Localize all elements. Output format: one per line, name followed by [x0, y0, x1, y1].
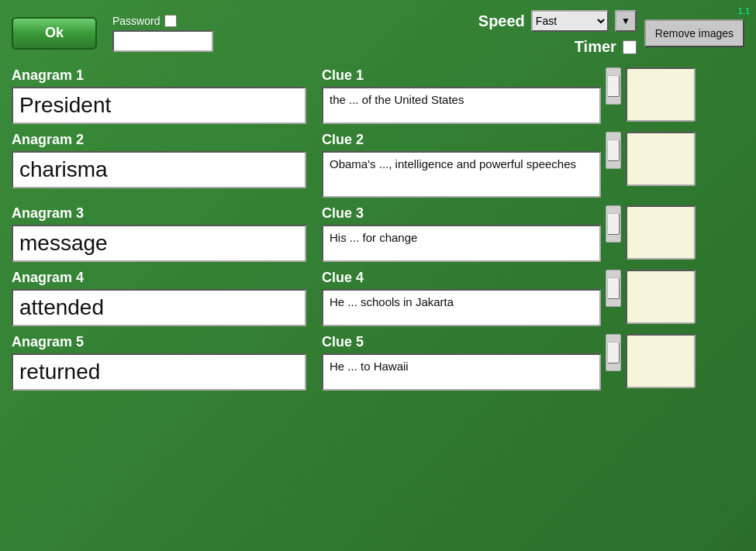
- clue-right-4: Clue 4 He ... schools in Jakarta: [322, 270, 744, 326]
- scroll-handle-1[interactable]: [606, 67, 621, 105]
- clue-right-3: Clue 3 His ... for change: [322, 205, 744, 262]
- clue-col-1: Clue 1 the ... of the United States: [322, 67, 601, 124]
- image-box-2: [626, 132, 696, 186]
- clue-label-3: Clue 3: [322, 205, 601, 222]
- anagram-left-4: Anagram 4: [12, 270, 314, 326]
- password-input[interactable]: [112, 30, 213, 52]
- speed-select[interactable]: Slow Medium Fast Very Fast: [531, 10, 609, 32]
- password-label: Password: [112, 15, 160, 27]
- clue-label-4: Clue 4: [322, 270, 601, 286]
- clue-label-2: Clue 2: [322, 132, 601, 148]
- anagram-label-1: Anagram 1: [12, 67, 314, 84]
- clue-label-5: Clue 5: [322, 334, 601, 350]
- clue-right-2: Clue 2 Obama's ..., intelligence and pow…: [322, 132, 744, 198]
- anagram-left-2: Anagram 2: [12, 132, 314, 188]
- clue-col-3: Clue 3 His ... for change: [322, 205, 601, 262]
- scroll-handle-5[interactable]: [606, 334, 621, 371]
- remove-images-button[interactable]: Remove images: [644, 19, 744, 47]
- table-row: Anagram 4 Clue 4 He ... schools in Jakar…: [12, 270, 744, 326]
- clue-label-1: Clue 1: [322, 67, 601, 84]
- anagram-input-3[interactable]: [12, 225, 306, 262]
- clue-box-3: His ... for change: [322, 225, 601, 262]
- table-row: Anagram 3 Clue 3 His ... for change: [12, 205, 744, 262]
- password-checkbox[interactable]: [164, 15, 177, 27]
- anagram-left-3: Anagram 3: [12, 205, 314, 262]
- image-box-3: [626, 205, 696, 260]
- image-box-1: [626, 67, 696, 122]
- clue-box-1: the ... of the United States: [322, 87, 601, 124]
- clue-box-2: Obama's ..., intelligence and powerful s…: [322, 151, 601, 198]
- app-container: 1.1 Ok Password Speed Slow Medium Fast V…: [0, 0, 756, 551]
- anagram-left-1: Anagram 1: [12, 67, 314, 124]
- scroll-handle-4[interactable]: [606, 270, 621, 307]
- password-section: Password: [112, 15, 213, 52]
- timer-row: Timer: [570, 38, 637, 56]
- clue-col-4: Clue 4 He ... schools in Jakarta: [322, 270, 601, 326]
- anagram-input-5[interactable]: [12, 353, 306, 391]
- scroll-handle-2[interactable]: [606, 132, 621, 169]
- clue-box-5: He ... to Hawaii: [322, 353, 601, 391]
- password-label-row: Password: [112, 15, 177, 27]
- timer-checkbox[interactable]: [623, 40, 637, 54]
- timer-label: Timer: [570, 38, 616, 56]
- speed-row: Speed Slow Medium Fast Very Fast ▼: [478, 10, 637, 32]
- table-row: Anagram 5 Clue 5 He ... to Hawaii: [12, 334, 744, 391]
- clue-box-4: He ... schools in Jakarta: [322, 289, 601, 326]
- anagram-label-5: Anagram 5: [12, 334, 314, 350]
- image-box-5: [626, 334, 696, 388]
- anagram-label-3: Anagram 3: [12, 205, 314, 222]
- anagram-input-4[interactable]: [12, 289, 306, 326]
- table-row: Anagram 2 Clue 2 Obama's ..., intelligen…: [12, 132, 744, 198]
- table-row: Anagram 1 Clue 1 the ... of the United S…: [12, 67, 744, 124]
- ok-button[interactable]: Ok: [12, 17, 97, 50]
- anagram-input-1[interactable]: [12, 87, 306, 124]
- scroll-handle-3[interactable]: [606, 205, 621, 243]
- speed-label: Speed: [478, 12, 525, 30]
- anagram-label-2: Anagram 2: [12, 132, 314, 148]
- version-badge: 1.1: [738, 6, 750, 15]
- anagram-left-5: Anagram 5: [12, 334, 314, 391]
- clue-col-2: Clue 2 Obama's ..., intelligence and pow…: [322, 132, 601, 198]
- speed-timer-section: Speed Slow Medium Fast Very Fast ▼ Timer: [478, 10, 637, 56]
- main-grid: Anagram 1 Clue 1 the ... of the United S…: [12, 67, 744, 395]
- clue-col-5: Clue 5 He ... to Hawaii: [322, 334, 601, 391]
- speed-dropdown-btn[interactable]: ▼: [615, 10, 637, 32]
- header: Ok Password Speed Slow Medium Fast Very …: [12, 8, 744, 58]
- anagram-input-2[interactable]: [12, 151, 306, 188]
- clue-right-5: Clue 5 He ... to Hawaii: [322, 334, 744, 391]
- anagram-label-4: Anagram 4: [12, 270, 314, 286]
- clue-right-1: Clue 1 the ... of the United States: [322, 67, 744, 124]
- image-box-4: [626, 270, 696, 324]
